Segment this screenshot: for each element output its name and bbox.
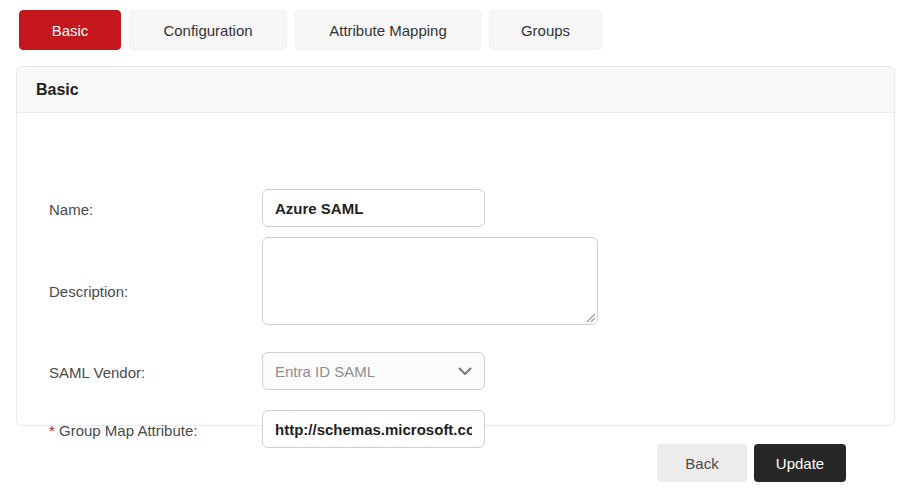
description-textarea[interactable] (262, 237, 598, 325)
required-asterisk: * (49, 422, 55, 439)
tab-groups[interactable]: Groups (489, 10, 602, 50)
tab-configuration[interactable]: Configuration (129, 10, 287, 50)
name-input[interactable] (262, 189, 485, 227)
tab-attribute-mapping[interactable]: Attribute Mapping (295, 10, 481, 50)
panel-body: Name: Description: SAML Vendor: Entra ID… (17, 113, 894, 426)
back-button[interactable]: Back (657, 444, 747, 482)
saml-vendor-select[interactable]: Entra ID SAML (262, 352, 485, 390)
name-label: Name: (49, 201, 93, 218)
tab-basic[interactable]: Basic (19, 10, 121, 50)
group-map-attribute-label: * Group Map Attribute: (49, 422, 197, 439)
saml-vendor-label: SAML Vendor: (49, 364, 145, 381)
saml-vendor-selected-value: Entra ID SAML (275, 363, 375, 380)
group-map-attribute-input[interactable] (262, 410, 485, 448)
description-field-wrap (262, 237, 598, 325)
panel-title: Basic (36, 81, 79, 99)
chevron-down-icon (458, 367, 472, 376)
basic-settings-panel: Basic Name: Description: SAML Vendor: En… (16, 66, 895, 426)
update-button[interactable]: Update (754, 444, 846, 482)
description-label: Description: (49, 283, 128, 300)
panel-header: Basic (17, 67, 894, 113)
tab-bar: Basic Configuration Attribute Mapping Gr… (19, 10, 602, 50)
